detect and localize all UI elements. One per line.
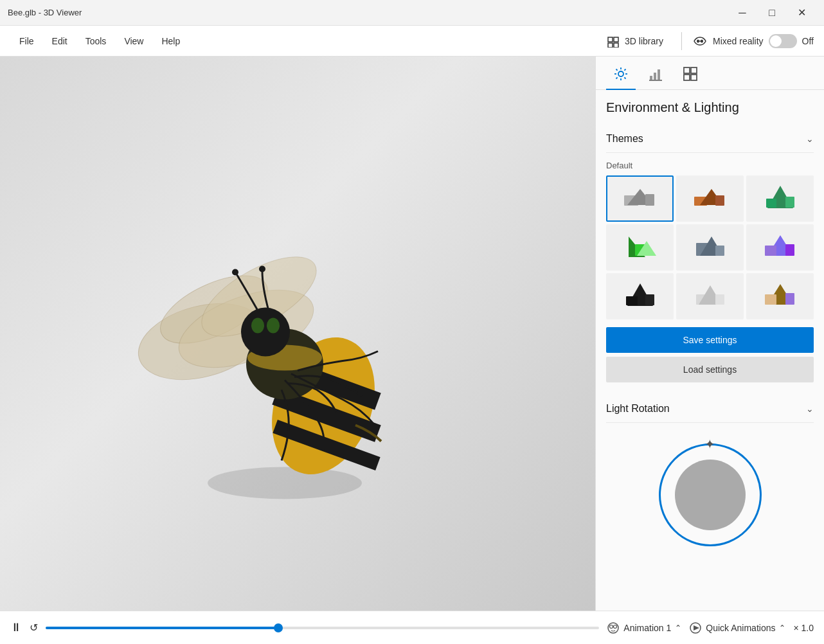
theme-grid: [606, 175, 814, 319]
svg-point-5: [701, 39, 703, 42]
refresh-button[interactable]: ↺: [30, 622, 38, 634]
dial-outer[interactable]: ✦: [659, 443, 762, 546]
theme-preview-6: [621, 280, 659, 312]
bee-model: [85, 175, 471, 528]
themes-section-header[interactable]: Themes ⌄: [606, 125, 814, 153]
library-icon: [607, 35, 620, 48]
title-controls: ─ □ ✕: [728, 0, 816, 26]
rotation-dial-container: ✦: [606, 431, 814, 559]
mixed-reality-icon: [692, 33, 708, 49]
menu-help[interactable]: Help: [152, 26, 189, 57]
dial-inner: [675, 460, 746, 530]
maximize-button[interactable]: □: [757, 0, 787, 26]
theme-preview-8: [761, 280, 800, 312]
panel-content: Environment & Lighting Themes ⌄ Default: [596, 90, 824, 611]
mixed-reality-label: Mixed reality: [713, 36, 764, 46]
tab-lighting[interactable]: [606, 62, 636, 89]
themes-section: Themes ⌄ Default: [606, 125, 814, 390]
light-rotation-section: Light Rotation ⌄ ✦: [606, 395, 814, 559]
mixed-reality-off-label: Off: [802, 36, 814, 46]
menu-tools[interactable]: Tools: [76, 26, 116, 57]
load-settings-button[interactable]: Load settings: [606, 357, 814, 382]
svg-rect-63: [715, 294, 724, 305]
menu-file[interactable]: File: [10, 26, 43, 57]
themes-default-label: Default: [606, 161, 814, 170]
svg-rect-36: [684, 67, 690, 73]
svg-rect-47: [766, 199, 776, 208]
svg-point-18: [241, 308, 290, 357]
quick-animations-section: Quick Animations ⌃: [689, 622, 785, 634]
svg-point-7: [208, 467, 362, 499]
svg-rect-57: [785, 244, 794, 256]
animation-section: Animation 1 ⌃: [607, 622, 681, 634]
tab-stats[interactable]: [641, 62, 670, 89]
svg-line-28: [616, 69, 618, 71]
lighting-tab-icon: [614, 67, 628, 81]
animation-label: Animation 1: [623, 623, 671, 633]
svg-rect-37: [691, 67, 697, 73]
grid-tab-icon: [683, 67, 697, 81]
svg-rect-42: [645, 194, 654, 206]
pause-button[interactable]: ⏸: [10, 621, 22, 634]
theme-cell-7[interactable]: [676, 273, 744, 319]
svg-rect-66: [785, 293, 794, 305]
theme-cell-6[interactable]: [606, 273, 674, 319]
theme-cell-0[interactable]: [606, 175, 674, 222]
quick-anim-icon: [689, 622, 702, 634]
theme-cell-8[interactable]: [746, 273, 814, 319]
svg-rect-1: [614, 37, 618, 42]
timeline-fill: [46, 627, 278, 629]
theme-cell-3[interactable]: [606, 224, 674, 271]
svg-rect-2: [608, 43, 613, 48]
mixed-reality-toggle[interactable]: [769, 34, 797, 48]
svg-rect-33: [654, 73, 656, 80]
panel-title: Environment & Lighting: [606, 100, 814, 115]
main-content: Environment & Lighting Themes ⌄ Default: [0, 57, 824, 611]
theme-cell-5[interactable]: [746, 224, 814, 271]
themes-chevron-icon: ⌄: [806, 134, 814, 144]
menu-view[interactable]: View: [115, 26, 152, 57]
svg-marker-71: [694, 625, 699, 631]
animation-icon: [607, 622, 620, 634]
quick-animations-label: Quick Animations: [706, 623, 775, 633]
theme-preview-4: [691, 231, 730, 264]
theme-cell-2[interactable]: [746, 175, 814, 222]
app-title: Bee.glb - 3D Viewer: [8, 8, 82, 17]
tab-grid[interactable]: [676, 62, 705, 89]
light-rotation-header[interactable]: Light Rotation ⌄: [606, 395, 814, 423]
svg-rect-48: [785, 197, 794, 208]
svg-rect-60: [645, 294, 654, 305]
theme-preview-7: [691, 280, 730, 312]
menu-items: File Edit Tools View Help: [10, 26, 189, 57]
panel-tabs: [596, 57, 824, 90]
svg-rect-3: [614, 43, 618, 48]
right-panel: Environment & Lighting Themes ⌄ Default: [595, 57, 824, 611]
minimize-button[interactable]: ─: [728, 0, 757, 26]
close-button[interactable]: ✕: [787, 0, 816, 26]
svg-rect-39: [691, 75, 697, 80]
theme-preview-0: [621, 183, 659, 215]
svg-point-68: [610, 625, 613, 628]
svg-line-29: [624, 77, 625, 78]
menu-edit[interactable]: Edit: [43, 26, 76, 57]
3d-library-button[interactable]: 3D library: [599, 31, 671, 51]
svg-line-31: [616, 77, 618, 78]
title-bar-left: Bee.glb - 3D Viewer: [8, 8, 82, 17]
animation-chevron-up-icon[interactable]: ⌃: [675, 623, 681, 632]
theme-preview-3: [621, 231, 659, 264]
svg-point-22: [259, 266, 265, 273]
quick-anim-chevron-up-icon[interactable]: ⌃: [779, 623, 785, 632]
theme-preview-5: [761, 231, 800, 264]
sun-icon: ✦: [704, 436, 715, 452]
theme-preview-2: [761, 183, 800, 215]
theme-cell-4[interactable]: [676, 224, 744, 271]
light-rotation-label: Light Rotation: [606, 403, 670, 415]
menu-bar: File Edit Tools View Help 3D library Mix…: [0, 26, 824, 57]
svg-rect-65: [765, 294, 776, 305]
theme-cell-1[interactable]: [676, 175, 744, 222]
timeline[interactable]: [46, 627, 599, 629]
save-settings-button[interactable]: Save settings: [606, 327, 814, 353]
toggle-knob: [770, 35, 782, 47]
viewport[interactable]: [0, 57, 595, 611]
svg-rect-34: [658, 69, 660, 80]
